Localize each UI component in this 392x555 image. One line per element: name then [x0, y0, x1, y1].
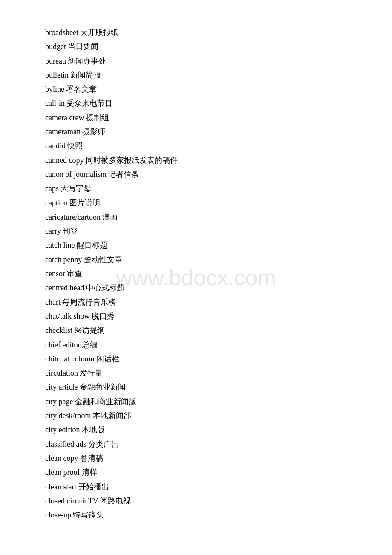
list-item: catch line 醒目标题	[45, 238, 358, 252]
list-item: clean proof 清样	[45, 465, 358, 480]
list-item: clean start 开始播出	[45, 480, 358, 494]
list-item: checklist 采访提纲	[45, 324, 358, 338]
list-item: candid 快照	[45, 139, 358, 153]
list-item: caps 大写字母	[45, 182, 358, 196]
list-item: chief editor 总编	[45, 338, 358, 352]
list-item: cameraman 摄影师	[45, 125, 358, 139]
list-item: close-up 特写镜头	[45, 508, 358, 522]
list-item: budget 当日要闻	[45, 40, 358, 54]
list-item: city page 金融和商业新闻版	[45, 395, 358, 409]
list-item: city desk/room 本地新闻部	[45, 409, 358, 423]
glossary-list: broadsheet 大开版报纸budget 当日要闻bureau 新闻办事处b…	[45, 26, 358, 522]
list-item: catch penny 耸动性文章	[45, 253, 358, 267]
list-item: circulation 发行量	[45, 366, 358, 380]
list-item: bulletin 新闻简报	[45, 68, 358, 82]
list-item: bureau 新闻办事处	[45, 54, 358, 68]
list-item: censor 审查	[45, 267, 358, 281]
list-item: city article 金融商业新闻	[45, 380, 358, 394]
list-item: chart 每周流行音乐榜	[45, 295, 358, 309]
list-item: caption 图片说明	[45, 196, 358, 210]
list-item: call-in 受众来电节目	[45, 96, 358, 110]
list-item: carry 刊登	[45, 224, 358, 238]
list-item: canon of journalism 记者信条	[45, 168, 358, 182]
list-item: clean copy 誊清稿	[45, 451, 358, 465]
list-item: broadsheet 大开版报纸	[45, 26, 358, 40]
list-item: byline 署名文章	[45, 82, 358, 96]
list-item: city edition 本地版	[45, 423, 358, 437]
list-item: canned copy 同时被多家报纸发表的稿件	[45, 153, 358, 168]
list-item: classified ads 分类广告	[45, 437, 358, 451]
list-item: caricature/cartoon 漫画	[45, 210, 358, 224]
list-item: camera crew 摄制组	[45, 111, 358, 125]
list-item: chitchat column 闲话栏	[45, 352, 358, 366]
list-item: chat/talk show 脱口秀	[45, 309, 358, 324]
list-item: centred head 中心式标题	[45, 281, 358, 295]
list-item: closed circuit TV 闭路电视	[45, 494, 358, 508]
